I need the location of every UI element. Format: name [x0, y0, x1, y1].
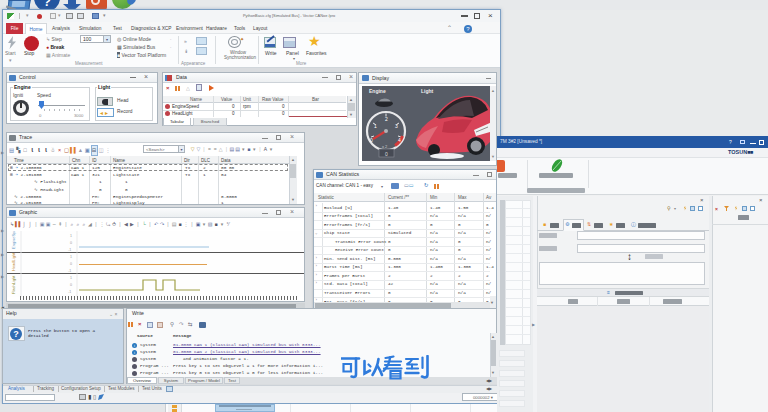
svg-text:HeadLight: HeadLight: [11, 252, 16, 271]
svg-text:1: 1: [374, 123, 377, 129]
svg-text:-1: -1: [68, 248, 71, 252]
svg-text:x 2: x 2: [382, 144, 388, 149]
svg-text:0: 0: [385, 151, 388, 157]
svg-text:3: 3: [395, 123, 398, 129]
svg-text:4: 4: [398, 137, 401, 143]
svg-text:-1: -1: [68, 290, 71, 294]
svg-text:1: 1: [70, 255, 72, 259]
svg-text:1: 1: [70, 276, 72, 280]
svg-text:0: 0: [70, 241, 72, 245]
svg-text:2: 2: [385, 116, 388, 122]
svg-text:FlashLight: FlashLight: [11, 275, 16, 294]
svg-text:-1: -1: [68, 269, 71, 273]
svg-text:0: 0: [70, 262, 72, 266]
svg-text:1: 1: [70, 234, 72, 238]
svg-text:EngineSpeed: EngineSpeed: [11, 231, 16, 249]
svg-text:0: 0: [70, 283, 72, 287]
svg-text:0: 0: [370, 137, 373, 143]
